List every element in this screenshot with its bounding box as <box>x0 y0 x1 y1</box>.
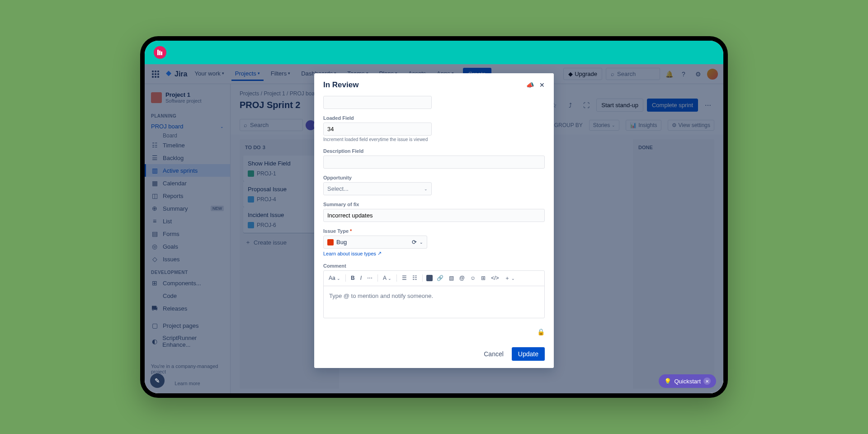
opportunity-select[interactable]: Select...⌄ <box>323 182 432 195</box>
checkbox-icon[interactable] <box>426 275 433 281</box>
table-icon[interactable]: ⊞ <box>480 274 487 282</box>
image-icon[interactable]: ▧ <box>448 274 455 282</box>
issue-type-select[interactable]: Bug ⟳ ⌄ <box>323 236 427 249</box>
opportunity-label: Opportunity <box>323 175 545 180</box>
italic-icon[interactable]: I <box>359 274 363 282</box>
feedback-icon[interactable]: 📣 <box>526 81 534 89</box>
window-title-bar <box>145 41 723 64</box>
more-format-icon[interactable]: ⋯ <box>366 274 374 282</box>
number-list-icon[interactable]: ☷ <box>411 274 419 282</box>
cancel-button[interactable]: Cancel <box>479 347 508 361</box>
summary-label: Summary of fix <box>323 202 545 207</box>
text-color-icon[interactable]: A ⌄ <box>382 274 393 282</box>
transition-dialog: In Review 📣 ✕ Loaded Field <box>314 73 554 368</box>
emoji-icon[interactable]: ☺ <box>469 274 477 282</box>
description-field-label: Description Field <box>323 148 545 154</box>
learn-issue-types-link[interactable]: Learn about issue types ↗ <box>323 250 382 256</box>
bug-icon <box>327 239 334 245</box>
pencil-icon: ✎ <box>155 377 160 384</box>
dialog-title: In Review <box>323 80 359 90</box>
modal-overlay: In Review 📣 ✕ Loaded Field <box>145 64 723 393</box>
lock-icon[interactable]: 🔒 <box>537 328 545 335</box>
comment-label: Comment <box>323 263 545 269</box>
mention-icon[interactable]: @ <box>458 274 466 282</box>
loading-icon: ⟳ <box>412 239 417 245</box>
bold-icon[interactable]: B <box>349 274 356 282</box>
editor-toolbar: Aa ⌄ B I ⋯ A ⌄ ☰ ☷ <box>324 271 544 286</box>
heading-dropdown[interactable]: Aa ⌄ <box>327 274 342 282</box>
close-icon[interactable]: ✕ <box>539 81 545 89</box>
bullet-list-icon[interactable]: ☰ <box>401 274 408 282</box>
loaded-field-label: Loaded Field <box>323 115 545 121</box>
app-logo <box>154 46 166 59</box>
issue-type-label: Issue Type * <box>323 228 545 234</box>
code-icon[interactable]: </> <box>490 274 500 282</box>
comment-editor: Aa ⌄ B I ⋯ A ⌄ ☰ ☷ <box>323 270 545 318</box>
quickstart-button[interactable]: 💡 Quickstart ✕ <box>659 374 716 388</box>
plus-icon[interactable]: ＋ ⌄ <box>503 274 516 283</box>
loaded-field-help: Increment loaded field everytime the iss… <box>323 137 545 142</box>
update-button[interactable]: Update <box>512 347 545 361</box>
link-icon[interactable]: 🔗 <box>435 274 445 282</box>
prev-field-input[interactable] <box>323 96 432 109</box>
lightbulb-icon: 💡 <box>664 378 671 385</box>
comment-textarea[interactable]: Type @ to mention and notify someone. <box>324 286 544 318</box>
quickstart-close-icon[interactable]: ✕ <box>703 377 711 385</box>
summary-input[interactable] <box>323 209 545 222</box>
edit-fab[interactable]: ✎ <box>150 373 165 388</box>
description-field-input[interactable] <box>323 156 545 169</box>
loaded-field-input[interactable] <box>323 123 432 136</box>
external-link-icon: ↗ <box>377 250 382 256</box>
